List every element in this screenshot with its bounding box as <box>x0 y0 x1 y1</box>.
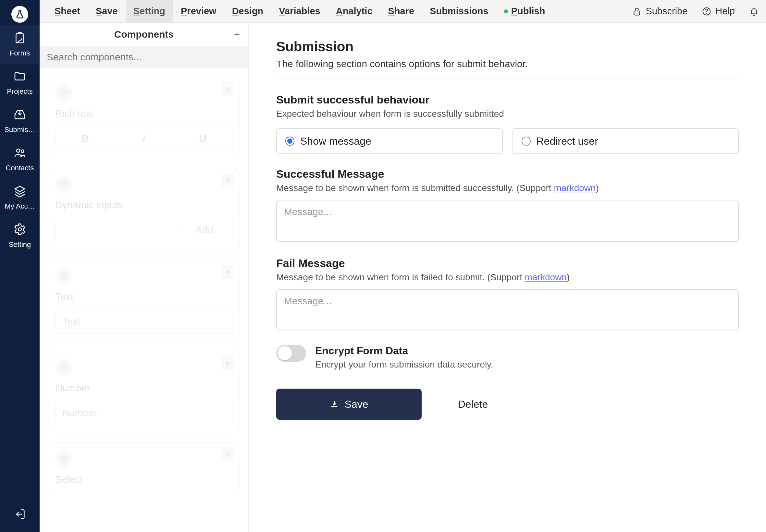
tab-analytic[interactable]: Analytic <box>328 0 380 23</box>
save-button[interactable]: Save <box>276 389 422 420</box>
radio-redirect-user[interactable]: Redirect user <box>513 128 739 154</box>
behaviour-desc: Expected behaviour when form is successf… <box>276 109 739 119</box>
component-preview: BIU <box>55 126 232 151</box>
tab-setting[interactable]: Setting <box>126 0 173 23</box>
radio-input[interactable] <box>285 137 294 146</box>
nav-submissions[interactable]: Submis… <box>0 102 40 140</box>
nav-label: Setting <box>9 240 31 249</box>
svg-rect-4 <box>634 11 640 15</box>
status-dot-icon <box>504 9 508 13</box>
settings-content: Submission The following section contain… <box>249 23 766 532</box>
component-add-button[interactable] <box>221 357 234 370</box>
nav-contacts[interactable]: Contacts <box>0 140 40 178</box>
tab-variables[interactable]: Variables <box>271 0 328 23</box>
bold-icon: B <box>56 133 115 145</box>
help-button[interactable]: Help <box>702 6 735 17</box>
nav-projects[interactable]: Projects <box>0 64 40 102</box>
tab-share[interactable]: Share <box>380 0 422 23</box>
component-name: Rich text <box>55 108 232 119</box>
plus-icon <box>224 177 231 184</box>
plus-icon <box>233 30 241 39</box>
underline-icon: U <box>173 133 232 145</box>
nav-account[interactable]: My Acc… <box>0 178 40 217</box>
nav-label: Contacts <box>6 164 34 172</box>
nav-label: Forms <box>10 49 30 57</box>
encrypt-toggle[interactable] <box>276 345 306 362</box>
success-message-desc: Message to be shown when form is submitt… <box>276 183 739 193</box>
app-logo[interactable] <box>11 6 28 23</box>
nav-label: My Acc… <box>5 202 35 211</box>
tab-design[interactable]: Design <box>224 0 271 23</box>
nav-label: Submis… <box>4 126 35 134</box>
markdown-link[interactable]: markdown <box>554 183 596 193</box>
svg-point-2 <box>21 150 24 152</box>
nav-label: Projects <box>7 87 32 96</box>
fail-message-title: Fail Message <box>276 257 739 270</box>
plus-icon <box>224 360 231 367</box>
subscribe-button[interactable]: Subscribe <box>632 6 687 17</box>
component-preview: Add <box>55 218 232 242</box>
success-message-input[interactable] <box>276 200 739 242</box>
component-card-select[interactable]: Select <box>48 442 240 493</box>
component-card-text[interactable]: Text Text <box>48 260 240 342</box>
tab-sheet[interactable]: Sheet <box>47 0 88 23</box>
cube-icon <box>55 176 72 193</box>
encrypt-desc: Encrypt your form submission data secure… <box>315 359 493 370</box>
component-preview: Number <box>55 401 232 425</box>
behaviour-title: Submit successful behaviour <box>276 93 739 106</box>
nav-logout[interactable] <box>13 496 26 532</box>
plus-icon <box>224 452 231 458</box>
svg-rect-0 <box>16 34 23 43</box>
add-component-button[interactable] <box>233 30 241 39</box>
gear-icon <box>13 223 26 236</box>
markdown-link[interactable]: markdown <box>525 272 567 282</box>
tab-preview[interactable]: Preview <box>173 0 224 23</box>
layers-icon <box>13 185 26 198</box>
svg-point-6 <box>706 13 707 14</box>
encrypt-title: Encrypt Form Data <box>315 345 493 357</box>
download-icon <box>330 400 339 409</box>
cube-icon <box>55 451 72 467</box>
components-panel: Components Rich text BIU <box>40 23 249 532</box>
logout-icon <box>13 508 26 521</box>
unlock-icon <box>632 6 642 16</box>
component-add-button[interactable] <box>221 82 234 96</box>
users-icon <box>13 146 26 159</box>
nav-forms[interactable]: Forms <box>0 25 40 64</box>
help-icon <box>702 6 711 16</box>
components-list[interactable]: Rich text BIU Dynamic Inputs Add <box>40 68 248 532</box>
tab-save[interactable]: Save <box>88 0 126 23</box>
component-preview: Text <box>55 309 232 334</box>
cube-icon <box>55 85 72 102</box>
component-add-button[interactable] <box>221 448 234 462</box>
cube-icon <box>55 359 72 376</box>
components-header: Components <box>40 23 248 46</box>
fail-message-desc: Message to be shown when form is failed … <box>276 272 739 283</box>
inbox-download-icon <box>13 108 26 121</box>
search-input[interactable] <box>40 46 248 68</box>
nav-setting[interactable]: Setting <box>0 217 40 255</box>
component-name: Text <box>55 291 232 302</box>
component-name: Dynamic Inputs <box>55 199 232 211</box>
component-card-dynamic-inputs[interactable]: Dynamic Inputs Add <box>48 168 240 250</box>
component-add-button[interactable] <box>221 174 234 187</box>
component-name: Select <box>55 474 232 485</box>
success-message-title: Successful Message <box>276 168 739 180</box>
delete-button[interactable]: Delete <box>431 389 515 420</box>
component-card-rich-text[interactable]: Rich text BIU <box>48 77 240 159</box>
top-tabs: Sheet Save Setting Preview Design Variab… <box>47 0 553 23</box>
divider <box>276 79 739 79</box>
component-card-number[interactable]: Number Number <box>48 351 240 433</box>
page-title: Submission <box>276 39 739 54</box>
tab-publish[interactable]: Publish <box>496 0 553 23</box>
component-add-button[interactable] <box>221 265 234 279</box>
fail-message-input[interactable] <box>276 289 739 331</box>
component-name: Number <box>55 382 232 393</box>
page-subtitle: The following section contains options f… <box>276 58 739 69</box>
svg-point-1 <box>17 149 20 152</box>
radio-input[interactable] <box>522 137 531 146</box>
radio-show-message[interactable]: Show message <box>276 128 503 154</box>
tab-submissions[interactable]: Submissions <box>422 0 496 23</box>
italic-icon: I <box>115 133 173 145</box>
notifications-button[interactable] <box>749 6 759 16</box>
